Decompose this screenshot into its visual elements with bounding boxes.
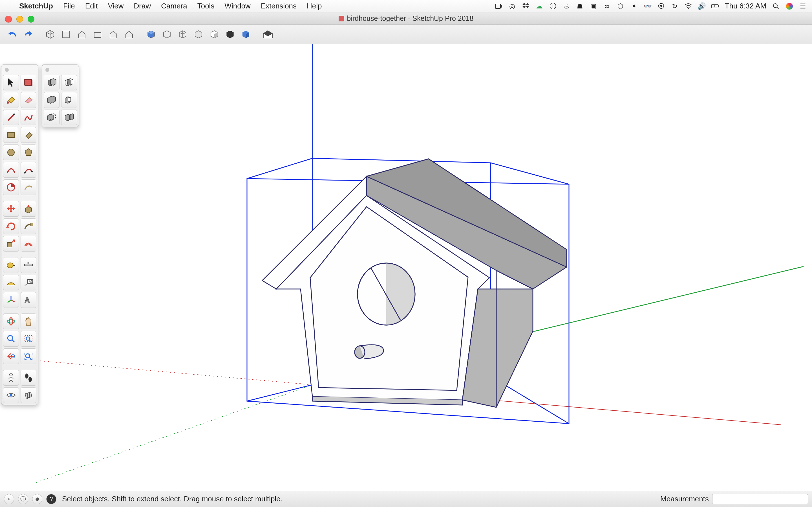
record-icon[interactable]: ⦿ (657, 2, 665, 10)
volume-icon[interactable]: 🔊 (698, 2, 706, 10)
cloud-icon[interactable]: ☁︎ (536, 2, 543, 10)
intersect-tool[interactable] (61, 75, 77, 91)
rotated-rectangle-tool[interactable] (20, 127, 36, 143)
credits-button[interactable]: ⓘ (18, 494, 28, 504)
pan-tool[interactable] (20, 314, 36, 329)
large-toolset-palette[interactable]: 3' A1 A (1, 64, 38, 405)
menu-camera[interactable]: Camera (156, 2, 192, 10)
style-texture-button[interactable] (223, 27, 237, 41)
make-component-tool[interactable] (20, 75, 36, 91)
warehouse-button[interactable] (261, 27, 274, 41)
menu-clock[interactable]: Thu 6:32 AM (725, 2, 766, 10)
move-tool[interactable] (3, 201, 19, 217)
axes-tool[interactable] (3, 292, 19, 308)
zoom-tool[interactable] (3, 331, 19, 347)
union-tool[interactable] (44, 92, 59, 108)
menu-tools[interactable]: Tools (192, 2, 220, 10)
style-back-edges-button[interactable] (239, 27, 253, 41)
style-xray-button[interactable] (192, 27, 205, 41)
view-top-button[interactable] (59, 27, 73, 41)
minimize-button[interactable] (16, 16, 23, 22)
zoom-window-tool[interactable] (20, 331, 36, 347)
select-tool[interactable] (3, 75, 19, 91)
infinity-icon[interactable]: ∞ (603, 2, 611, 10)
user-silhouette-icon[interactable]: ☗ (576, 2, 584, 10)
view-right-button[interactable] (91, 27, 104, 41)
polygon-tool[interactable] (20, 145, 36, 160)
two-point-arc-tool[interactable] (20, 162, 36, 178)
style-shaded-button[interactable] (144, 27, 158, 41)
follow-me-tool[interactable] (20, 218, 36, 234)
menu-edit[interactable]: Edit (80, 2, 103, 10)
arc-tool[interactable] (3, 162, 19, 178)
evernote-icon[interactable]: ✦ (630, 2, 638, 10)
dropbox-icon[interactable] (522, 2, 530, 10)
outer-shell-tool[interactable] (44, 75, 59, 91)
line-tool[interactable] (3, 110, 19, 125)
cloud-sync-icon[interactable]: ◎ (508, 2, 516, 10)
info-icon[interactable]: ⓘ (549, 2, 557, 10)
look-around-tool[interactable] (3, 387, 19, 403)
palette-close-icon[interactable] (5, 68, 9, 72)
measurements-input[interactable] (712, 494, 808, 504)
subtract-tool[interactable] (61, 92, 77, 108)
view-left-button[interactable] (122, 27, 136, 41)
box-icon[interactable]: ▣ (590, 2, 598, 10)
view-front-button[interactable] (75, 27, 89, 41)
geo-locate-button[interactable]: ⌖ (4, 494, 14, 504)
pie-tool[interactable] (3, 179, 19, 195)
eraser-tool[interactable] (20, 92, 36, 108)
section-plane-tool[interactable] (20, 387, 36, 403)
style-hidden-button[interactable] (160, 27, 174, 41)
trim-tool[interactable] (44, 110, 59, 125)
zoom-extents-tool[interactable] (20, 348, 36, 364)
redo-button[interactable] (21, 27, 35, 41)
offset-tool[interactable] (20, 236, 36, 251)
scale-tool[interactable] (3, 236, 19, 251)
zoom-previous-tool[interactable] (3, 348, 19, 364)
menu-window[interactable]: Window (219, 2, 255, 10)
palette-close-icon[interactable] (45, 68, 49, 72)
rotate-tool[interactable] (3, 218, 19, 234)
position-camera-tool[interactable] (3, 370, 19, 386)
menu-extensions[interactable]: Extensions (256, 2, 302, 10)
battery-charging-icon[interactable] (711, 2, 719, 10)
wifi-icon[interactable] (684, 2, 692, 10)
solids-palette[interactable] (42, 64, 79, 127)
flame-icon[interactable]: ♨ (562, 2, 570, 10)
notifications-icon[interactable]: ☰ (799, 2, 807, 10)
view-back-button[interactable] (107, 27, 120, 41)
screen-record-icon[interactable] (495, 2, 503, 10)
3d-text-tool[interactable]: A (20, 292, 36, 308)
zoom-button[interactable] (28, 16, 35, 22)
menu-draw[interactable]: Draw (129, 2, 156, 10)
hexagon-icon[interactable]: ⬡ (617, 2, 624, 10)
help-button[interactable]: ? (46, 494, 56, 504)
glasses-icon[interactable]: 👓 (644, 2, 652, 10)
menu-file[interactable]: File (58, 2, 80, 10)
close-button[interactable] (5, 16, 12, 22)
circle-tool[interactable] (3, 145, 19, 160)
profile-button[interactable]: ☻ (32, 494, 42, 504)
push-pull-tool[interactable] (20, 201, 36, 217)
undo-button[interactable] (6, 27, 19, 41)
menu-view[interactable]: View (103, 2, 129, 10)
tape-measure-tool[interactable] (3, 257, 19, 273)
spotlight-icon[interactable] (772, 2, 780, 10)
menu-help[interactable]: Help (302, 2, 327, 10)
three-point-arc-tool[interactable] (20, 179, 36, 195)
orbit-tool[interactable] (3, 314, 19, 329)
protractor-tool[interactable] (3, 275, 19, 290)
walk-tool[interactable] (20, 370, 36, 386)
dimension-tool[interactable]: 3' (20, 257, 36, 273)
freehand-tool[interactable] (20, 110, 36, 125)
siri-icon[interactable] (785, 2, 794, 10)
paint-bucket-tool[interactable] (3, 92, 19, 108)
app-name[interactable]: SketchUp (14, 2, 58, 10)
style-wire-button[interactable] (176, 27, 190, 41)
style-mono-button[interactable] (207, 27, 221, 41)
split-tool[interactable] (61, 110, 77, 125)
text-tool[interactable]: A1 (20, 275, 36, 290)
view-iso-button[interactable] (43, 27, 57, 41)
history-icon[interactable]: ↻ (671, 2, 679, 10)
